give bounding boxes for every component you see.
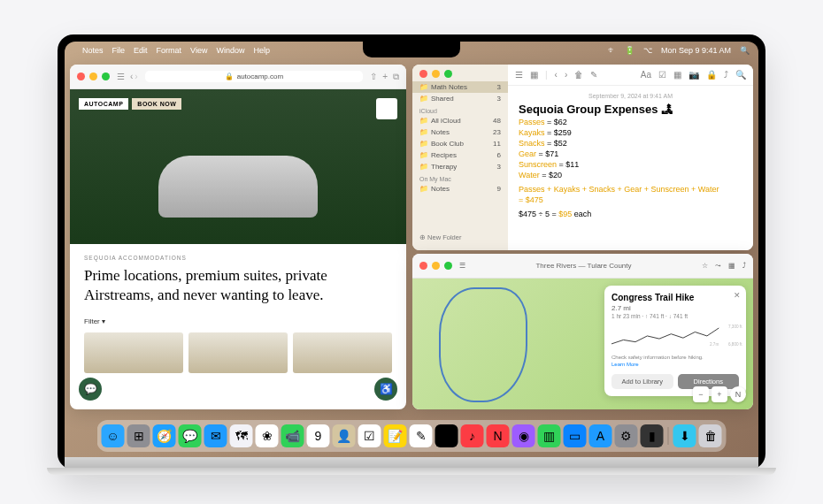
compose-icon[interactable]: ✎ — [590, 70, 597, 80]
back-icon[interactable]: ‹ — [130, 72, 133, 81]
minimize-button[interactable] — [432, 262, 440, 270]
note-content[interactable]: September 9, 2024 at 9:41 AM Sequoia Gro… — [508, 86, 753, 225]
media-icon[interactable]: 📷 — [688, 70, 699, 80]
view-grid-icon[interactable]: ▦ — [530, 70, 538, 80]
share-icon[interactable]: ⇧ — [370, 72, 377, 81]
listing-thumb[interactable] — [293, 332, 392, 373]
dock-safari[interactable]: 🧭 — [153, 424, 176, 447]
app-menu[interactable]: Notes — [82, 46, 104, 55]
dock-downloads[interactable]: ⬇ — [673, 424, 696, 447]
map-mode-icon[interactable]: ▦ — [728, 262, 735, 270]
back-note-icon[interactable]: ‹ — [555, 70, 558, 80]
minimize-button[interactable] — [432, 70, 440, 78]
dock-facetime[interactable]: 📹 — [281, 424, 304, 447]
close-button[interactable] — [419, 262, 427, 270]
map-canvas[interactable]: ✕ Congress Trail Hike 2.7 mi 1 hr 23 min… — [412, 279, 753, 409]
dock-tv[interactable]: tv — [435, 424, 458, 447]
close-button[interactable] — [77, 73, 85, 80]
dock-trash[interactable]: 🗑 — [699, 424, 722, 447]
dock-appstore[interactable]: A — [589, 424, 612, 447]
dock-reminders[interactable]: ☑ — [358, 424, 381, 447]
zoom-in-button[interactable]: + — [711, 386, 727, 402]
checklist-icon[interactable]: ☑ — [658, 70, 666, 80]
share-icon[interactable]: ⤴ — [724, 70, 728, 80]
menu-format[interactable]: Format — [157, 46, 182, 55]
expense-val: = $52 — [547, 139, 567, 148]
dock-photos[interactable]: ❀ — [256, 424, 279, 447]
sidebar-item-notes[interactable]: 📁Notes23 — [412, 126, 508, 138]
compass-button[interactable]: N — [730, 386, 746, 402]
accessibility-button[interactable]: ♿ — [374, 378, 397, 401]
dock-notes[interactable]: 📝 — [384, 424, 407, 447]
share-icon[interactable]: ⤴ — [742, 262, 746, 270]
maps-location[interactable]: Three Rivers — Tulare County — [473, 262, 695, 270]
forward-icon[interactable]: › — [135, 72, 137, 81]
new-tab-icon[interactable]: + — [382, 72, 388, 81]
battery-icon[interactable]: 🔋 — [625, 46, 635, 55]
delete-icon[interactable]: 🗑 — [574, 70, 583, 80]
route-icon[interactable]: ⤳ — [715, 262, 721, 270]
chat-button[interactable]: 💬 — [79, 378, 102, 401]
menu-help[interactable]: Help — [253, 46, 270, 55]
learn-more-link[interactable]: Learn More — [611, 362, 639, 367]
minimize-button[interactable] — [89, 73, 97, 80]
zoom-button[interactable] — [444, 70, 452, 78]
dock-contacts[interactable]: 👤 — [333, 424, 356, 447]
sidebar-item-local-notes[interactable]: 📁Notes9 — [412, 183, 508, 195]
control-center-icon[interactable]: ⌥ — [643, 46, 652, 55]
brand-chip[interactable]: AUTOCAMP — [79, 98, 128, 110]
sidebar-item-book-club[interactable]: 📁Book Club11 — [412, 138, 508, 149]
expense-key: Passes — [519, 118, 545, 126]
hero-menu-button[interactable] — [376, 98, 397, 119]
dock-music[interactable]: ♪ — [461, 424, 484, 447]
forward-note-icon[interactable]: › — [565, 70, 567, 80]
sidebar-item-shared[interactable]: 📁Shared3 — [412, 93, 508, 104]
sidebar-item-math-notes[interactable]: 📁Math Notes3 — [412, 81, 508, 93]
spotlight-icon[interactable]: 🔍 — [740, 46, 750, 55]
sidebar-item-all-icloud[interactable]: 📁All iCloud48 — [412, 115, 508, 126]
menubar-clock[interactable]: Mon Sep 9 9:41 AM — [661, 46, 731, 55]
sidebar-item-recipes[interactable]: 📁Recipes6 — [412, 149, 508, 161]
add-to-library-button[interactable]: Add to Library — [611, 374, 673, 389]
format-icon[interactable]: Aa — [641, 70, 651, 80]
sidebar-item-therapy[interactable]: 📁Therapy3 — [412, 161, 508, 172]
search-icon[interactable]: 🔍 — [735, 70, 746, 80]
zoom-out-button[interactable]: − — [693, 386, 709, 402]
close-button[interactable] — [419, 70, 427, 78]
close-icon[interactable]: ✕ — [734, 291, 741, 300]
menu-view[interactable]: View — [190, 46, 207, 55]
dock-podcasts[interactable]: ◉ — [512, 424, 535, 447]
dock-messages[interactable]: 💬 — [179, 424, 202, 447]
dock-keynote[interactable]: ▭ — [564, 424, 587, 447]
lock-icon[interactable]: 🔒 — [706, 70, 717, 80]
new-folder-button[interactable]: ⊕ New Folder — [412, 230, 508, 245]
dock-finder[interactable]: ☺ — [102, 424, 125, 447]
menu-window[interactable]: Window — [216, 46, 244, 55]
dock-mail[interactable]: ✉ — [204, 424, 227, 447]
bookmark-icon[interactable]: ☆ — [702, 262, 708, 270]
wifi-icon[interactable]: ᯤ — [608, 46, 616, 55]
dock-news[interactable]: N — [487, 424, 510, 447]
dock-settings[interactable]: ⚙ — [615, 424, 638, 447]
listing-thumb[interactable] — [188, 332, 288, 373]
zoom-button[interactable] — [102, 73, 110, 80]
dock-launchpad[interactable]: ⊞ — [127, 424, 150, 447]
table-icon[interactable]: ▦ — [673, 70, 681, 80]
dock-maps[interactable]: 🗺 — [230, 424, 253, 447]
zoom-button[interactable] — [444, 262, 452, 270]
filter-dropdown[interactable]: Filter ▾ — [84, 317, 392, 325]
dock-freeform[interactable]: ✎ — [410, 424, 433, 447]
view-list-icon[interactable]: ☰ — [515, 70, 523, 80]
dock-numbers[interactable]: ▥ — [538, 424, 561, 447]
sidebar-toggle-icon[interactable]: ☰ — [117, 72, 125, 81]
dock-calendar[interactable]: 9 — [307, 424, 330, 447]
dock-iphone-mirror[interactable]: ▮ — [641, 424, 664, 447]
menu-edit[interactable]: Edit — [134, 46, 148, 55]
url-field[interactable]: 🔒 autocamp.com — [145, 71, 363, 82]
url-text: autocamp.com — [237, 73, 283, 80]
listing-thumb[interactable] — [84, 332, 183, 373]
menu-file[interactable]: File — [112, 46, 126, 55]
tabs-icon[interactable]: ⧉ — [393, 72, 399, 82]
sidebar-icon[interactable]: ☰ — [459, 262, 465, 270]
book-now-button[interactable]: BOOK NOW — [132, 98, 181, 110]
